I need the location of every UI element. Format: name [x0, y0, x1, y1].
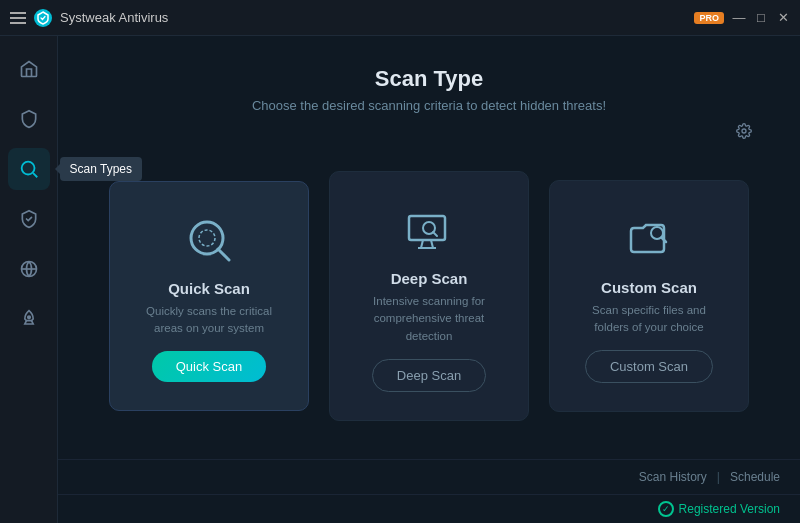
custom-scan-icon	[619, 209, 679, 269]
quick-scan-button[interactable]: Quick Scan	[152, 351, 266, 382]
sidebar-item-home[interactable]	[8, 48, 50, 90]
custom-scan-button[interactable]: Custom Scan	[585, 350, 713, 383]
page-title: Scan Type	[78, 66, 780, 92]
svg-line-1	[33, 173, 37, 177]
minimize-button[interactable]: —	[732, 11, 746, 25]
quick-scan-desc: Quickly scans the critical areas on your…	[134, 303, 284, 338]
quick-scan-card: Quick Scan Quickly scans the critical ar…	[109, 181, 309, 412]
deep-scan-button[interactable]: Deep Scan	[372, 359, 486, 392]
deep-scan-card: Deep Scan Intensive scanning for compreh…	[329, 171, 529, 421]
svg-point-4	[27, 316, 30, 319]
pro-badge: PRO	[694, 12, 724, 24]
deep-scan-icon	[399, 200, 459, 260]
custom-scan-card: Custom Scan Scan specific files and fold…	[549, 180, 749, 413]
maximize-button[interactable]: □	[754, 11, 768, 25]
app-title: Systweak Antivirus	[60, 10, 168, 25]
svg-point-0	[21, 162, 34, 175]
settings-icon[interactable]	[736, 123, 752, 139]
deep-scan-desc: Intensive scanning for comprehensive thr…	[354, 293, 504, 345]
menu-icon[interactable]	[10, 12, 26, 24]
status-bar: ✓ Registered Version	[58, 494, 800, 523]
sidebar-item-shield[interactable]	[8, 98, 50, 140]
footer-divider: |	[717, 470, 720, 484]
svg-rect-9	[409, 216, 445, 240]
page-header: Scan Type Choose the desired scanning cr…	[58, 36, 800, 133]
scan-cards-area: Quick Scan Quickly scans the critical ar…	[58, 133, 800, 459]
footer-links: Scan History | Schedule	[639, 470, 780, 484]
quick-scan-title: Quick Scan	[168, 280, 250, 297]
titlebar-left: Systweak Antivirus	[10, 9, 168, 27]
sidebar-item-scan[interactable]: Scan Types	[8, 148, 50, 190]
sidebar: Scan Types	[0, 36, 58, 523]
schedule-link[interactable]: Schedule	[730, 470, 780, 484]
sidebar-item-boost[interactable]	[8, 298, 50, 340]
content-area: Scan Type Choose the desired scanning cr…	[58, 36, 800, 523]
svg-point-8	[199, 230, 215, 246]
sidebar-item-check[interactable]	[8, 198, 50, 240]
deep-scan-title: Deep Scan	[391, 270, 468, 287]
page-subtitle: Choose the desired scanning criteria to …	[78, 98, 780, 113]
main-layout: Scan Types	[0, 36, 800, 523]
titlebar-controls: PRO — □ ✕	[694, 11, 790, 25]
custom-scan-desc: Scan specific files and folders of your …	[574, 302, 724, 337]
svg-line-16	[662, 237, 667, 242]
registered-text: Registered Version	[679, 502, 780, 516]
quick-scan-icon	[179, 210, 239, 270]
sidebar-item-vpn[interactable]	[8, 248, 50, 290]
svg-line-7	[218, 249, 229, 260]
titlebar: Systweak Antivirus PRO — □ ✕	[0, 0, 800, 36]
check-circle-icon: ✓	[658, 501, 674, 517]
app-logo	[34, 9, 52, 27]
svg-point-5	[742, 129, 746, 133]
svg-line-14	[433, 232, 437, 236]
scan-history-link[interactable]: Scan History	[639, 470, 707, 484]
close-button[interactable]: ✕	[776, 11, 790, 25]
custom-scan-title: Custom Scan	[601, 279, 697, 296]
registered-badge: ✓ Registered Version	[658, 501, 780, 517]
content-footer: Scan History | Schedule	[58, 459, 800, 494]
